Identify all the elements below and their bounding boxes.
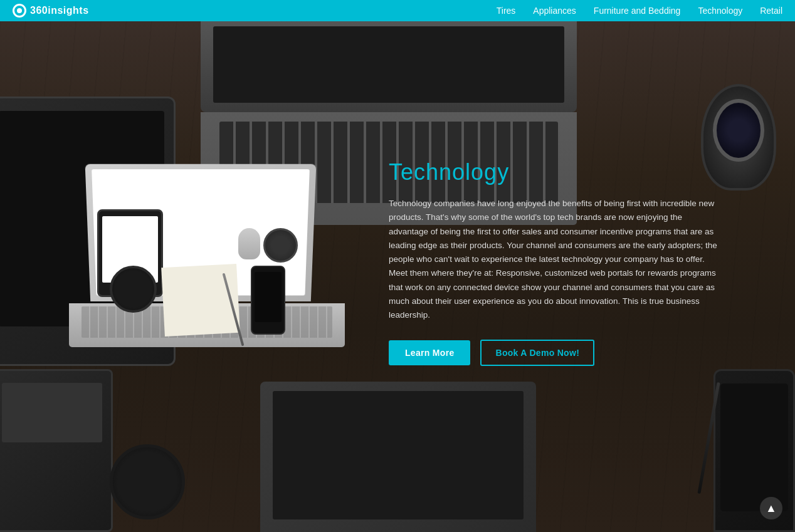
nav-tires[interactable]: Tires [497, 6, 516, 16]
learn-more-button[interactable]: Learn More [389, 340, 470, 365]
book-demo-button[interactable]: Book A Demo Now! [480, 340, 594, 366]
bottom-card [2, 383, 102, 442]
mouse [238, 228, 260, 259]
navbar: 360insights Tires Appliances Furniture a… [0, 0, 795, 21]
content-section: Technology Technology companies have lon… [389, 159, 721, 366]
phone-table [251, 266, 285, 335]
nav-furniture[interactable]: Furniture and Bedding [594, 6, 681, 16]
bottom-coffee-cup [110, 444, 185, 519]
logo-icon [13, 4, 26, 18]
laptop-top [201, 21, 577, 112]
nav-technology[interactable]: Technology [698, 6, 742, 16]
logo-area: 360insights [13, 4, 89, 18]
bottom-center-screen [273, 391, 524, 519]
notepad [161, 264, 240, 336]
phone-table-screen [255, 272, 282, 322]
scroll-up-button[interactable]: ▲ [760, 497, 782, 519]
laptop-top-screen [213, 26, 564, 103]
camera-table [263, 228, 298, 263]
content-title: Technology [389, 159, 721, 185]
nav-appliances[interactable]: Appliances [533, 6, 576, 16]
button-row: Learn More Book A Demo Now! [389, 340, 721, 366]
main-nav: Tires Appliances Furniture and Bedding T… [497, 6, 782, 16]
bottom-tablet-left [0, 369, 113, 532]
content-body: Technology companies have long enjoyed t… [389, 197, 721, 322]
bottom-right-phone [713, 369, 795, 532]
bottom-right-screen [720, 383, 788, 511]
coffee-cup [110, 266, 157, 313]
nav-retail[interactable]: Retail [760, 6, 782, 16]
right-camera-lens [713, 99, 764, 162]
bottom-center-tablet [260, 382, 536, 532]
main-content: Technology Technology companies have lon… [0, 21, 795, 532]
logo-text: 360insights [30, 5, 89, 16]
